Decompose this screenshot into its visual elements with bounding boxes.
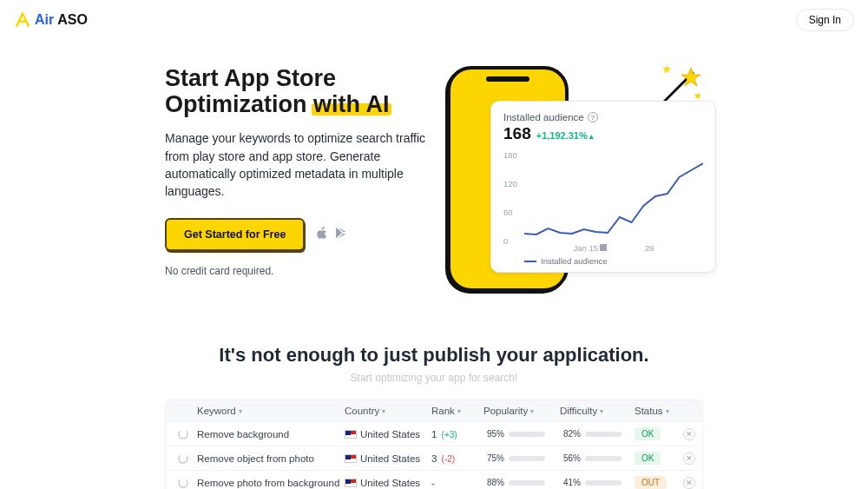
cell-status: OUT <box>635 476 683 489</box>
hero-left: Start App Store Optimization with AI Man… <box>165 66 430 277</box>
hero-title-line1: Start App Store <box>165 65 336 91</box>
cell-status: OK <box>635 427 683 440</box>
x-tick-jan15: Jan 15 <box>574 243 599 253</box>
th-country[interactable]: Country▾ <box>345 406 431 416</box>
loading-icon <box>178 478 188 488</box>
table-header: Keyword▾ Country▾ Rank▾ Popularity▾ Diff… <box>166 400 702 421</box>
cell-rank: - <box>431 478 483 488</box>
cell-country: United States <box>345 429 431 439</box>
card-delta: +1,192.31% <box>536 130 594 141</box>
keywords-table: Keyword▾ Country▾ Rank▾ Popularity▾ Diff… <box>165 400 703 489</box>
y-tick-60: 60 <box>503 208 513 217</box>
hero: Start App Store Optimization with AI Man… <box>0 40 868 327</box>
status-badge: OK <box>635 427 661 440</box>
rank-delta: (+3) <box>442 430 457 439</box>
status-badge: OUT <box>635 476 667 489</box>
rank-delta: (-2) <box>442 454 456 464</box>
hero-title-line2a: Optimization <box>165 91 313 117</box>
remove-row-button[interactable]: ✕ <box>683 477 695 489</box>
flag-us-icon <box>345 454 357 463</box>
cell-popularity: 75% <box>483 453 560 463</box>
apple-icon <box>315 226 329 243</box>
card-title-text: Installed audience <box>503 112 584 122</box>
svg-marker-3 <box>694 92 701 99</box>
flag-us-icon <box>345 479 357 487</box>
hero-illustration: Installed audience ? 168 +1,192.31% 180 … <box>447 66 712 309</box>
store-icons <box>315 226 348 243</box>
card-title: Installed audience ? <box>503 112 703 122</box>
flag-us-icon <box>345 430 357 439</box>
cell-popularity: 88% <box>483 478 560 487</box>
chevron-down-icon: ▾ <box>457 407 461 415</box>
card-value: 168 <box>503 124 531 143</box>
table-row: Remove photo from backgroundUnited State… <box>166 470 702 489</box>
playstore-icon <box>334 226 348 243</box>
signin-button[interactable]: Sign In <box>796 9 854 31</box>
section-keywords: It's not enough to just publish your app… <box>0 327 868 489</box>
th-status[interactable]: Status▾ <box>635 406 683 416</box>
svg-marker-1 <box>681 68 700 86</box>
no-credit-card-text: No credit card required. <box>165 265 430 277</box>
loading-icon <box>178 453 188 464</box>
chevron-down-icon: ▾ <box>666 407 669 415</box>
get-started-button[interactable]: Get Started for Free <box>165 218 305 251</box>
chevron-down-icon: ▾ <box>239 407 242 415</box>
cell-keyword: Remove background <box>197 429 345 439</box>
metric-card: Installed audience ? 168 +1,192.31% 180 … <box>490 101 716 273</box>
section-title: It's not enough to just publish your app… <box>165 344 703 367</box>
cell-status: OK <box>635 452 683 465</box>
status-badge: OK <box>635 452 661 465</box>
logo-icon <box>14 11 31 29</box>
hero-description: Manage your keywords to optimize search … <box>165 129 430 200</box>
header: AirASO Sign In <box>0 0 868 40</box>
chart-legend: Installed audience <box>524 256 608 266</box>
loading-icon <box>178 429 188 439</box>
logo[interactable]: AirASO <box>14 11 88 29</box>
remove-row-button[interactable]: ✕ <box>683 428 695 440</box>
y-tick-0: 0 <box>503 236 508 246</box>
cell-difficulty: 56% <box>560 453 635 463</box>
remove-row-button[interactable]: ✕ <box>683 453 695 465</box>
cell-difficulty: 82% <box>560 429 635 439</box>
cell-difficulty: 41% <box>560 478 635 487</box>
legend-label: Installed audience <box>541 256 608 266</box>
cell-rank: 3 (-2) <box>431 453 483 464</box>
y-tick-180: 180 <box>503 150 517 160</box>
cell-rank: 1 (+3) <box>431 429 483 439</box>
cell-popularity: 95% <box>483 429 560 439</box>
chevron-down-icon: ▾ <box>600 407 603 415</box>
hero-title-highlight: with AI <box>313 92 390 118</box>
section-subtitle: Start optimizing your app for search! <box>165 372 703 384</box>
logo-text-air: Air <box>35 12 54 28</box>
cell-keyword: Remove photo from background <box>197 478 345 488</box>
th-popularity[interactable]: Popularity▾ <box>483 406 560 416</box>
chevron-down-icon: ▾ <box>530 407 534 415</box>
th-difficulty[interactable]: Difficulty▾ <box>560 406 635 416</box>
y-tick-120: 120 <box>503 179 517 188</box>
logo-text-aso: ASO <box>57 12 88 28</box>
chevron-down-icon: ▾ <box>382 407 385 415</box>
chart-line <box>524 154 703 239</box>
svg-marker-2 <box>662 64 671 73</box>
table-row: Remove backgroundUnited States1 (+3)95%8… <box>166 421 702 446</box>
x-tick-29: 29 <box>645 243 654 253</box>
cell-country: United States <box>345 453 431 464</box>
hero-title: Start App Store Optimization with AI <box>165 66 430 117</box>
th-rank[interactable]: Rank▾ <box>431 406 483 416</box>
chart: 180 120 60 0 . Jan 15 29 . Installed <box>503 150 703 263</box>
cell-keyword: Remove object from photo <box>197 453 345 464</box>
info-icon[interactable]: ? <box>588 112 598 122</box>
th-keyword[interactable]: Keyword▾ <box>197 406 345 416</box>
table-row: Remove object from photoUnited States3 (… <box>166 446 702 470</box>
cell-country: United States <box>345 478 431 488</box>
